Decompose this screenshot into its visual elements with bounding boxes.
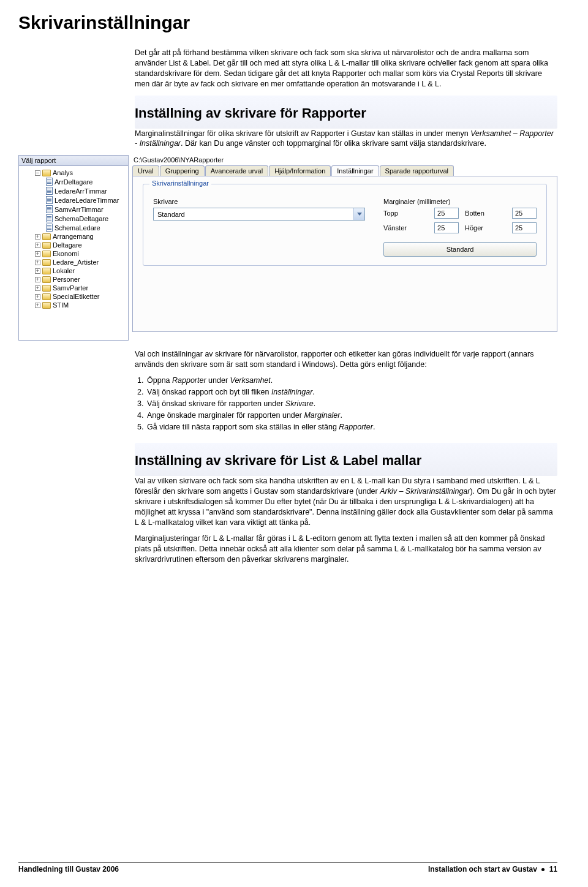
tree-folder[interactable]: +Personer — [23, 275, 127, 284]
tree-folder[interactable]: +SamvParter — [23, 284, 127, 292]
expand-icon[interactable]: + — [35, 285, 40, 291]
folder-icon — [42, 293, 51, 300]
folder-icon — [42, 242, 51, 249]
printer-settings-fieldset: Skrivarinställningar Skrivare Standard M… — [143, 184, 547, 266]
fieldset-legend: Skrivarinställningar — [149, 179, 211, 187]
expand-icon[interactable]: + — [35, 277, 40, 282]
report-icon — [46, 224, 53, 232]
report-icon — [46, 178, 53, 186]
tree-folder[interactable]: +Arrangemang — [23, 232, 127, 241]
screenshot-panel: Välj rapport −Analys ArrDeltagare Ledare… — [18, 155, 557, 341]
expand-icon[interactable]: + — [35, 268, 40, 274]
tree-folder[interactable]: +SpecialEtiketter — [23, 292, 127, 301]
section2-paragraph2: Marginaljusteringar för L & L-mallar får… — [135, 534, 557, 565]
step-1: Öppna Rapporter under Verksamhet. — [146, 376, 557, 385]
collapse-icon[interactable]: − — [35, 170, 40, 176]
printer-combo[interactable]: Standard — [153, 208, 365, 221]
page-title: Skrivarinställningar — [18, 12, 557, 33]
bullet-icon — [541, 868, 545, 871]
tree-item[interactable]: ArrDeltagare — [23, 177, 127, 186]
input-hoger[interactable] — [512, 222, 537, 233]
folder-icon — [42, 285, 51, 292]
tab-urval[interactable]: Urval — [132, 165, 159, 176]
label-botten: Botten — [465, 209, 506, 217]
tab-gruppering[interactable]: Gruppering — [160, 165, 205, 176]
section2-heading: Inställning av skrivare för List & Label… — [135, 453, 557, 469]
tree-folder[interactable]: +Deltagare — [23, 241, 127, 249]
report-tree[interactable]: −Analys ArrDeltagare LedareArrTimmar Led… — [20, 168, 127, 309]
tab-bar: Urval Gruppering Avancerade urval Hjälp/… — [132, 165, 557, 176]
report-tree-panel: Välj rapport −Analys ArrDeltagare Ledare… — [18, 155, 129, 341]
tab-hjalp[interactable]: Hjälp/Information — [269, 165, 331, 176]
report-icon — [46, 205, 53, 213]
tree-item[interactable]: SchemaDeltagare — [23, 214, 127, 223]
section1-heading: Inställning av skrivare för Rapporter — [135, 105, 557, 121]
label-topp: Topp — [383, 209, 428, 217]
mid-paragraph: Val och inställningar av skrivare för nä… — [135, 349, 557, 370]
printer-label: Skrivare — [153, 198, 365, 205]
input-topp[interactable] — [434, 208, 459, 219]
tree-item[interactable]: LedareArrTimmar — [23, 186, 127, 195]
tree-folder[interactable]: +Ekonomi — [23, 249, 127, 258]
expand-icon[interactable]: + — [35, 260, 40, 265]
tree-item[interactable]: SamvArrTimmar — [23, 205, 127, 214]
margins-label: Marginaler (millimeter) — [383, 198, 537, 205]
folder-icon — [42, 251, 51, 257]
input-botten[interactable] — [512, 208, 537, 219]
expand-icon[interactable]: + — [35, 234, 40, 240]
printer-value: Standard — [154, 211, 353, 218]
folder-icon — [42, 170, 51, 176]
report-icon — [46, 187, 53, 195]
folder-icon — [42, 259, 51, 266]
tree-folder[interactable]: +Lokaler — [23, 266, 127, 275]
tree-folder[interactable]: +STIM — [23, 301, 127, 309]
expand-icon[interactable]: + — [35, 243, 40, 248]
tree-title: Välj rapport — [18, 155, 129, 166]
section2-paragraph1: Val av vilken skrivare och fack som ska … — [135, 476, 557, 527]
step-3: Välj önskad skrivare för rapporten under… — [146, 399, 557, 408]
folder-icon — [42, 268, 51, 274]
report-icon — [46, 214, 53, 222]
report-icon — [46, 196, 53, 204]
tree-folder[interactable]: +Ledare_Artister — [23, 258, 127, 266]
path-label: C:\Gustav2006\NYARapporter — [132, 155, 557, 165]
steps-list: Öppna Rapporter under Verksamhet. Välj ö… — [146, 376, 557, 431]
folder-icon — [42, 276, 51, 283]
folder-icon — [42, 302, 51, 309]
step-5: Gå vidare till nästa rapport som ska stä… — [146, 423, 557, 431]
tree-item[interactable]: LedareLedareTimmar — [23, 195, 127, 205]
expand-icon[interactable]: + — [35, 294, 40, 300]
page-footer: Handledning till Gustav 2006 Installatio… — [18, 862, 557, 874]
tree-item[interactable]: SchemaLedare — [23, 223, 127, 232]
intro-paragraph: Det går att på förhand bestämma vilken s… — [135, 48, 557, 89]
label-hoger: Höger — [465, 224, 506, 232]
step-4: Ange önskade marginaler för rapporten un… — [146, 411, 557, 420]
chevron-down-icon[interactable] — [353, 208, 364, 220]
tab-avancerade[interactable]: Avancerade urval — [205, 165, 268, 176]
input-vanster[interactable] — [434, 222, 459, 233]
expand-icon[interactable]: + — [35, 303, 40, 308]
footer-right: Installation och start av Gustav 11 — [428, 865, 557, 874]
tab-installningar[interactable]: Inställningar — [331, 165, 379, 176]
step-2: Välj önskad rapport och byt till fliken … — [146, 388, 557, 396]
folder-icon — [42, 233, 51, 240]
standard-button[interactable]: Standard — [383, 242, 537, 257]
section1-paragraph: Marginalinställningar för olika skrivare… — [135, 129, 557, 149]
expand-icon[interactable]: + — [35, 251, 40, 257]
tab-sparade[interactable]: Sparade rapporturval — [380, 165, 454, 176]
footer-left: Handledning till Gustav 2006 — [18, 865, 119, 874]
label-vanster: Vänster — [383, 224, 428, 232]
